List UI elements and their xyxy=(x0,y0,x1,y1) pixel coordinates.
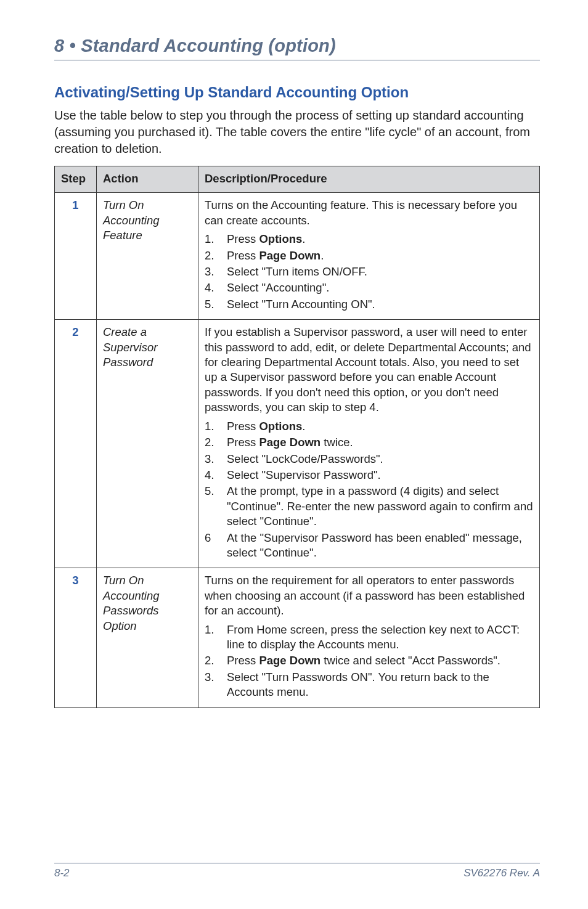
list-item: 2.Press Page Down. xyxy=(205,248,533,263)
action-cell: Turn On Accounting Feature xyxy=(97,193,198,320)
doc-revision: SV62276 Rev. A xyxy=(463,867,540,879)
title-rule xyxy=(54,60,540,60)
col-header-action: Action xyxy=(97,166,198,193)
action-cell: Create a Supervisor Password xyxy=(97,320,198,568)
lead-text: Turns on the requirement for all operato… xyxy=(205,573,533,618)
desc-cell: Turns on the requirement for all operato… xyxy=(198,568,540,707)
list-item: 5.Select "Turn Accounting ON". xyxy=(205,297,533,312)
page-footer: 8-2 SV62276 Rev. A xyxy=(54,863,540,879)
footer-rule xyxy=(54,863,540,863)
list-item: 2.Press Page Down twice and select "Acct… xyxy=(205,653,533,668)
list-item: 1.Press Options. xyxy=(205,232,533,247)
intro-paragraph: Use the table below to step you through … xyxy=(54,107,540,157)
step-number: 2 xyxy=(55,320,97,568)
section-heading: Activating/Setting Up Standard Accountin… xyxy=(54,84,540,101)
list-item: 2.Press Page Down twice. xyxy=(205,435,533,450)
desc-cell: Turns on the Accounting feature. This is… xyxy=(198,193,540,320)
lead-text: If you establish a Supervisor password, … xyxy=(205,325,533,415)
col-header-desc: Description/Procedure xyxy=(198,166,540,193)
step-number: 1 xyxy=(55,193,97,320)
desc-cell: If you establish a Supervisor password, … xyxy=(198,320,540,568)
step-list: 1.Press Options. 2.Press Page Down twice… xyxy=(205,419,533,561)
list-item: 3.Select "Turn items ON/OFF. xyxy=(205,264,533,279)
list-item: 1.From Home screen, press the selection … xyxy=(205,622,533,653)
action-cell: Turn On Accounting Passwords Option xyxy=(97,568,198,707)
procedure-table: Step Action Description/Procedure 1 Turn… xyxy=(54,166,540,708)
table-row: 2 Create a Supervisor Password If you es… xyxy=(55,320,540,568)
col-header-step: Step xyxy=(55,166,97,193)
lead-text: Turns on the Accounting feature. This is… xyxy=(205,198,533,228)
list-item: 5.At the prompt, type in a password (4 d… xyxy=(205,484,533,529)
step-number: 3 xyxy=(55,568,97,707)
step-list: 1.Press Options. 2.Press Page Down. 3.Se… xyxy=(205,232,533,312)
table-row: 3 Turn On Accounting Passwords Option Tu… xyxy=(55,568,540,707)
page-number: 8-2 xyxy=(54,867,70,879)
list-item: 6At the "Supervisor Password has been en… xyxy=(205,531,533,561)
step-list: 1.From Home screen, press the selection … xyxy=(205,622,533,700)
chapter-title: 8 • Standard Accounting (option) xyxy=(54,36,540,56)
list-item: 3.Select "Turn Passwords ON". You return… xyxy=(205,670,533,700)
table-row: 1 Turn On Accounting Feature Turns on th… xyxy=(55,193,540,320)
list-item: 3.Select "LockCode/Passwords". xyxy=(205,452,533,467)
list-item: 1.Press Options. xyxy=(205,419,533,434)
list-item: 4.Select "Supervisor Password". xyxy=(205,468,533,483)
list-item: 4.Select "Accounting". xyxy=(205,280,533,295)
